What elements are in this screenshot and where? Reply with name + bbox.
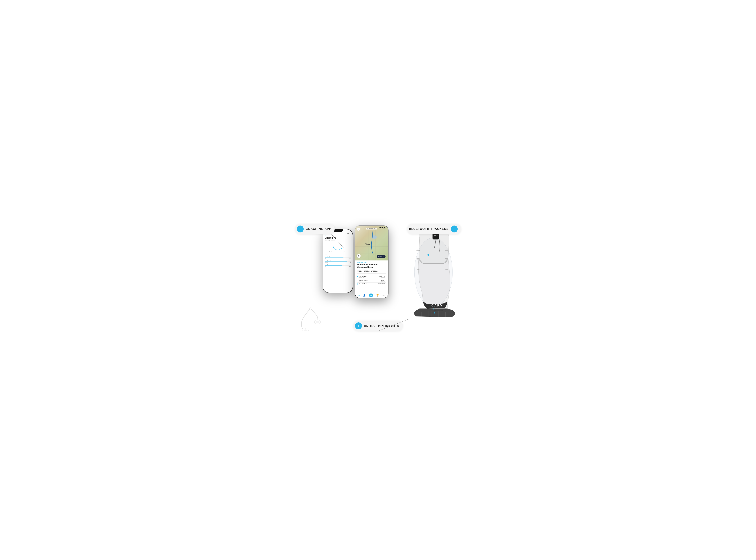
- earbuds-svg: [297, 307, 325, 331]
- run-chevron-1: ›: [386, 276, 386, 277]
- run-info-3: Free Ski Run 2: [359, 283, 377, 284]
- android-details: 12 JANUARY 2021 Whistler Blackcomb Mount…: [355, 260, 388, 287]
- arc-labels: Right turn Left turn: [325, 251, 351, 252]
- run-dot-1: [357, 276, 358, 277]
- run-item-3[interactable]: Free Ski Run 2 SkiIQ™ 120 ›: [357, 283, 386, 285]
- resort-name: Whistler Blackcomb Mountain Resort: [357, 263, 386, 268]
- metric-similarity: Edge Similarity Opposite 82: [325, 260, 351, 263]
- coaching-app-label[interactable]: + COACHING APP: [295, 224, 335, 234]
- iphone-screen-title: Edging 71: [325, 236, 351, 239]
- earbuds-area: [297, 307, 325, 331]
- nav-more[interactable]: •••: [383, 294, 385, 297]
- resort-date: 12 JANUARY 2021: [357, 262, 386, 263]
- bluetooth-plus-icon[interactable]: +: [451, 225, 458, 233]
- nav-plus[interactable]: +: [369, 294, 373, 297]
- run-dot-3: [357, 283, 358, 284]
- svg-rect-16: [417, 269, 420, 269]
- svg-rect-17: [445, 269, 448, 269]
- svg-rect-12: [416, 250, 420, 251]
- map-share-button[interactable]: ⬆: [357, 254, 361, 258]
- phones-area: 9:41 ●●● < Edging 71 Edge Angle Analysis: [323, 225, 388, 333]
- svg-rect-37: [309, 308, 312, 309]
- android-cameras: [380, 227, 385, 228]
- android-device: ‹ 12 January 2021 1500 m Planai ⬆ SkiIQ™…: [355, 225, 388, 298]
- run-dot-2: [357, 280, 358, 281]
- map-back-button[interactable]: ‹: [357, 227, 360, 231]
- run-info-2: Carving Leapers Drill: [359, 279, 380, 282]
- svg-text:CARV: CARV: [431, 304, 443, 307]
- nav-home[interactable]: ⌂: [358, 294, 360, 297]
- stat-descent: DESCENT 4,445 m: [364, 269, 370, 273]
- ski-boot-area: CARV CARV: [402, 224, 461, 324]
- inserts-plus-icon[interactable]: +: [355, 322, 362, 329]
- run-right-3: SkiIQ™ 120: [379, 283, 385, 284]
- android-screen: ‹ 12 January 2021 1500 m Planai ⬆ SkiIQ™…: [355, 226, 388, 298]
- coaching-plus-icon[interactable]: +: [297, 225, 304, 233]
- map-ski-iq-badge: SkiIQ™ 97: [377, 255, 386, 258]
- ultra-thin-inserts-label[interactable]: + ULTRA-THIN INSERTS: [353, 321, 403, 331]
- bluetooth-trackers-label[interactable]: BLUETOOTH TRACKERS +: [407, 224, 461, 234]
- stat-speed: MAX SPEED 61.3 km/h: [371, 269, 378, 273]
- edge-angle-diagram: [325, 242, 351, 251]
- run-right-2: Lv 3–4 3 attempts: [381, 279, 385, 282]
- ski-boot-svg: CARV CARV: [402, 224, 461, 324]
- nav-trophy[interactable]: 🏆: [376, 294, 379, 297]
- camera-dot-2: [382, 227, 383, 228]
- svg-point-32: [427, 254, 429, 256]
- android-navbar: ⌂ 👤 + 🏆 •••: [355, 293, 388, 298]
- metric-lowest: Lowest: [325, 254, 351, 255]
- svg-text:CARV: CARV: [434, 234, 439, 236]
- svg-point-36: [316, 321, 319, 323]
- stat-distance: DISTANCE 19.2 km: [357, 269, 363, 273]
- main-scene: + COACHING APP BLUETOOTH TRACKERS + + UL…: [292, 215, 465, 345]
- stats-row: DISTANCE 19.2 km DESCENT 4,445 m MAX SPE…: [357, 269, 386, 274]
- bluetooth-trackers-text: BLUETOOTH TRACKERS: [409, 227, 448, 231]
- svg-rect-15: [445, 258, 448, 259]
- edge-angle-section: Edge Angle Analysis: [325, 240, 351, 241]
- android-map: ‹ 12 January 2021 1500 m Planai ⬆ SkiIQ™…: [355, 226, 388, 260]
- metric-avg-edge: Avg. Edge Angle Low 61°: [325, 256, 351, 259]
- iphone-screen: 9:41 ●●● < Edging 71 Edge Angle Analysis: [323, 229, 353, 293]
- run-chevron-2: ›: [386, 280, 386, 281]
- svg-rect-13: [416, 258, 420, 259]
- camera-dot-1: [380, 227, 381, 228]
- run-info-1: Free Ski Run 1 Whiskey Jack: [359, 276, 378, 278]
- nav-person[interactable]: 👤: [363, 294, 366, 297]
- iphone-device: 9:41 ●●● < Edging 71 Edge Angle Analysis: [323, 229, 353, 293]
- coaching-app-text: COACHING APP: [306, 227, 331, 231]
- run-item-1[interactable]: Free Ski Run 1 Whiskey Jack SkiIQ™ 97 56…: [357, 275, 386, 279]
- run-item-2[interactable]: Carving Leapers Drill Lv 3–4 3 attempts …: [357, 279, 386, 283]
- run-right-1: SkiIQ™ 97 56.7 km/h: [379, 276, 385, 278]
- camera-dot-3: [384, 227, 385, 228]
- metric-early-edging: Early Edging Late 72%: [325, 264, 351, 267]
- run-chevron-3: ›: [386, 283, 386, 284]
- svg-rect-14: [445, 250, 448, 251]
- iphone-back-btn[interactable]: <: [325, 235, 351, 236]
- inserts-text: ULTRA-THIN INSERTS: [364, 324, 400, 327]
